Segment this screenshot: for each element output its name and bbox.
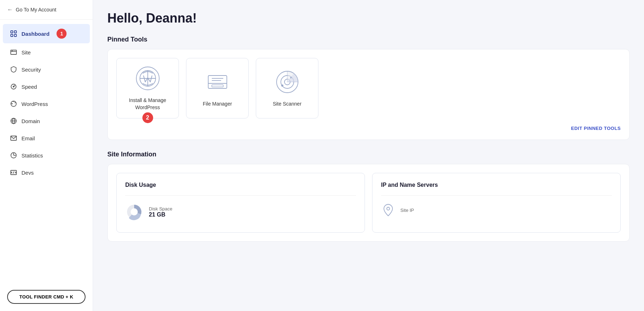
disk-usage-card: Disk Usage Disk Space	[116, 173, 365, 233]
sidebar-item-domain[interactable]: Domain	[3, 113, 90, 129]
grid-icon	[10, 30, 17, 37]
pinned-tools-title: Pinned Tools	[107, 36, 630, 43]
svg-rect-21	[208, 76, 227, 88]
site-ip-label: Site IP	[400, 208, 414, 213]
disk-usage-title: Disk Usage	[125, 182, 356, 188]
pinned-tools-section: Install & ManageWordPress 2 Fil	[107, 49, 630, 140]
site-ip-row: Site IP	[381, 200, 612, 220]
sidebar-item-label: Security	[21, 67, 41, 73]
svg-point-33	[387, 207, 390, 210]
wordpress-tool-icon	[135, 65, 161, 91]
back-label: Go To My Account	[16, 7, 56, 13]
disk-chart-icon	[125, 203, 143, 221]
sidebar-item-label: Email	[21, 135, 35, 141]
disk-space-label: Disk Space	[149, 206, 172, 212]
back-to-account-button[interactable]: ← Go To My Account	[0, 0, 93, 20]
tool-card-badge: 2	[142, 112, 153, 123]
svg-line-16	[13, 171, 14, 174]
location-pin-icon	[381, 203, 395, 217]
sidebar-item-label: Speed	[21, 84, 37, 90]
ip-name-servers-title: IP and Name Servers	[381, 182, 612, 188]
svg-rect-2	[11, 34, 13, 37]
wordpress-icon	[10, 100, 17, 107]
back-arrow-icon: ←	[7, 6, 13, 13]
main-content: Hello, Deanna! Pinned Tools	[93, 0, 644, 311]
site-icon	[10, 49, 17, 56]
site-information-section: Disk Usage Disk Space	[107, 164, 630, 242]
domain-icon	[10, 117, 17, 125]
site-scanner-icon	[274, 69, 300, 95]
sidebar: ← Go To My Account Dashboard 1	[0, 0, 93, 311]
svg-point-30	[290, 77, 292, 78]
sidebar-item-statistics[interactable]: Statistics	[3, 147, 90, 164]
svg-point-8	[13, 86, 14, 87]
svg-rect-25	[212, 85, 223, 87]
sidebar-item-email[interactable]: Email	[3, 130, 90, 146]
svg-rect-1	[14, 31, 16, 33]
devs-icon	[10, 169, 17, 176]
page-title: Hello, Deanna!	[107, 11, 630, 26]
sidebar-item-label: Devs	[21, 170, 34, 176]
tool-finder-button[interactable]: TOOL FINDER CMD + K	[7, 290, 86, 304]
security-icon	[10, 66, 17, 73]
file-manager-icon	[205, 69, 230, 95]
tool-card-wordpress[interactable]: Install & ManageWordPress 2	[116, 58, 179, 118]
sidebar-item-label: Site	[21, 49, 31, 55]
sidebar-item-wordpress[interactable]: WordPress	[3, 96, 90, 112]
sidebar-item-security[interactable]: Security	[3, 61, 90, 78]
sidebar-item-speed[interactable]: Speed	[3, 78, 90, 95]
disk-space-value: 21 GB	[149, 212, 172, 218]
site-information-title: Site Information	[107, 151, 630, 158]
pinned-tools-grid: Install & ManageWordPress 2 Fil	[116, 58, 621, 118]
svg-rect-3	[14, 34, 16, 37]
tool-card-site-scanner[interactable]: Site Scanner	[256, 58, 318, 118]
edit-pinned-tools-button[interactable]: EDIT PINNED TOOLS	[116, 126, 621, 131]
sidebar-item-label: Dashboard	[21, 31, 49, 37]
tool-card-label: Install & ManageWordPress	[129, 97, 166, 111]
disk-space-row: Disk Space 21 GB	[125, 200, 356, 224]
sidebar-item-dashboard[interactable]: Dashboard 1	[3, 24, 90, 43]
sidebar-item-label: Statistics	[21, 152, 43, 159]
svg-point-32	[131, 208, 138, 215]
sidebar-item-site[interactable]: Site	[3, 44, 90, 60]
tool-card-label: Site Scanner	[273, 101, 301, 108]
sidebar-navigation: Dashboard 1 Site Security	[0, 20, 93, 284]
ip-name-servers-card: IP and Name Servers Site IP	[372, 173, 621, 233]
dashboard-badge: 1	[57, 29, 67, 39]
tool-card-file-manager[interactable]: File Manager	[186, 58, 249, 118]
sidebar-item-label: WordPress	[21, 101, 48, 107]
svg-rect-0	[11, 31, 13, 33]
sidebar-item-label: Domain	[21, 118, 40, 124]
site-info-grid: Disk Usage Disk Space	[116, 173, 621, 233]
speed-icon	[10, 83, 17, 90]
svg-point-29	[281, 84, 283, 87]
statistics-icon	[10, 152, 17, 159]
svg-rect-4	[11, 50, 16, 54]
email-icon	[10, 135, 17, 142]
tool-card-label: File Manager	[203, 101, 232, 108]
sidebar-item-devs[interactable]: Devs	[3, 164, 90, 181]
